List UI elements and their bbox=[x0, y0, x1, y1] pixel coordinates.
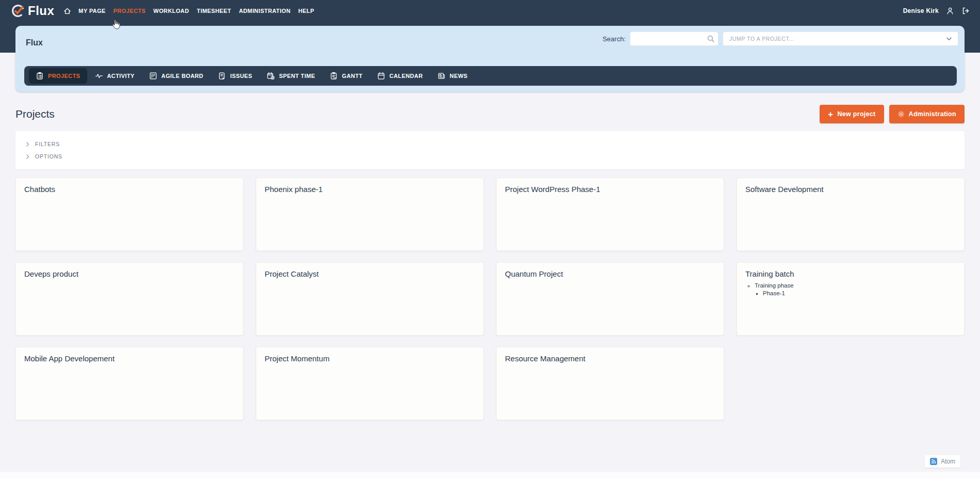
nav-item-help[interactable]: HELP bbox=[298, 8, 314, 14]
main-content: Projects + New project Administration bbox=[0, 92, 980, 479]
tab-label: PROJECTS bbox=[48, 73, 80, 79]
tab-calendar[interactable]: CALENDAR bbox=[370, 68, 430, 84]
project-card-project-wordpress-phase-1: Project WordPress Phase-1 bbox=[496, 178, 724, 251]
tab-issues[interactable]: ISSUES bbox=[211, 68, 259, 84]
nav-item-administration[interactable]: ADMINISTRATION bbox=[239, 8, 290, 14]
plus-icon: + bbox=[828, 110, 833, 119]
nav-item-home[interactable] bbox=[63, 7, 71, 15]
chevron-down-icon bbox=[945, 35, 953, 42]
tab-label: AGILE BOARD bbox=[161, 73, 203, 79]
project-card-resource-management: Resource Management bbox=[496, 347, 724, 420]
tab-agile-board[interactable]: AGILE BOARD bbox=[142, 68, 210, 84]
project-card-training-batch: Training batchTraining phasePhase-1 bbox=[737, 262, 965, 336]
nav-items: MY PAGEPROJECTSWORKLOADTIMESHEETADMINIST… bbox=[78, 8, 314, 14]
footer-strip bbox=[0, 472, 980, 479]
activity-icon bbox=[95, 72, 103, 80]
project-card-mobile-app-developement: Mobile App Developement bbox=[15, 347, 243, 420]
user-name[interactable]: Denise Kirk bbox=[903, 7, 939, 14]
project-link-chatbots[interactable]: Chatbots bbox=[24, 185, 55, 194]
nav-item-workload[interactable]: WORKLOAD bbox=[153, 8, 189, 14]
project-card-chatbots: Chatbots bbox=[15, 178, 243, 251]
projects-grid: ChatbotsPhoenix phase-1Project WordPress… bbox=[15, 178, 965, 420]
gantt-icon bbox=[330, 72, 338, 80]
context-header-panel: Flux Search: JUMP TO A PROJECT... PROJEC… bbox=[15, 26, 965, 92]
logout-icon[interactable] bbox=[961, 7, 970, 15]
page-title: Projects bbox=[15, 108, 55, 120]
atom-link[interactable]: Atom bbox=[925, 455, 960, 468]
filters-options-panel: FILTERS OPTIONS bbox=[15, 131, 965, 169]
person-icon[interactable] bbox=[946, 7, 954, 15]
module-tabbar: PROJECTSACTIVITYAGILE BOARDISSUESSPENT T… bbox=[24, 66, 957, 86]
new-project-button[interactable]: + New project bbox=[820, 105, 884, 123]
project-subitem: Training phasePhase-1 bbox=[755, 282, 956, 296]
project-link-project-momentum[interactable]: Project Momentum bbox=[265, 354, 330, 363]
tab-label: ISSUES bbox=[230, 73, 252, 79]
projects-icon bbox=[36, 72, 44, 80]
agile-board-icon bbox=[149, 72, 157, 80]
tab-news[interactable]: NEWS bbox=[431, 68, 475, 84]
project-card-phoenix-phase-1: Phoenix phase-1 bbox=[256, 178, 484, 251]
tab-label: GANTT bbox=[342, 73, 363, 79]
search-icon bbox=[707, 35, 715, 43]
filters-label: FILTERS bbox=[35, 141, 60, 147]
tab-label: CALENDAR bbox=[389, 73, 423, 79]
project-link-deveps-product[interactable]: Deveps product bbox=[24, 269, 78, 278]
project-link-phoenix-phase-1[interactable]: Phoenix phase-1 bbox=[265, 185, 323, 194]
flux-logo[interactable]: Flux bbox=[10, 3, 54, 19]
gear-icon bbox=[897, 110, 905, 118]
project-jump-select[interactable]: JUMP TO A PROJECT... bbox=[723, 31, 958, 46]
project-card-project-catalyst: Project Catalyst bbox=[256, 262, 484, 336]
header-title: Flux bbox=[26, 38, 43, 47]
chevron-right-icon bbox=[25, 141, 30, 147]
page-head: Projects + New project Administration bbox=[15, 104, 965, 124]
page-actions: + New project Administration bbox=[820, 105, 965, 123]
project-link-project-catalyst[interactable]: Project Catalyst bbox=[265, 269, 319, 278]
search-area: Search: JUMP TO A PROJECT... bbox=[602, 31, 958, 46]
project-link-mobile-app-developement[interactable]: Mobile App Developement bbox=[24, 354, 115, 363]
search-input[interactable] bbox=[630, 31, 718, 46]
news-icon bbox=[437, 72, 446, 80]
project-card-quantum-project: Quantum Project bbox=[496, 262, 724, 336]
tab-activity[interactable]: ACTIVITY bbox=[88, 68, 141, 84]
rss-icon bbox=[930, 458, 937, 465]
flux-logo-icon bbox=[10, 3, 26, 19]
filters-toggle[interactable]: FILTERS bbox=[25, 138, 955, 150]
tab-spent-time[interactable]: SPENT TIME bbox=[260, 68, 322, 84]
nav-item-timesheet[interactable]: TIMESHEET bbox=[197, 8, 232, 14]
navbar-user-area: Denise Kirk bbox=[903, 7, 970, 15]
project-link-software-development[interactable]: Software Development bbox=[745, 185, 824, 194]
top-navbar: Flux MY PAGEPROJECTSWORKLOADTIMESHEETADM… bbox=[0, 0, 980, 22]
atom-label: Atom bbox=[941, 458, 955, 465]
project-card-software-development: Software Development bbox=[737, 178, 965, 251]
calendar-icon bbox=[377, 72, 385, 80]
tab-gantt[interactable]: GANTT bbox=[323, 68, 369, 84]
nav-item-my-page[interactable]: MY PAGE bbox=[78, 8, 106, 14]
nav-item-projects[interactable]: PROJECTS bbox=[113, 8, 146, 14]
project-jump-placeholder: JUMP TO A PROJECT... bbox=[729, 36, 794, 42]
tab-label: NEWS bbox=[450, 73, 468, 79]
administration-button[interactable]: Administration bbox=[889, 105, 965, 123]
search-box bbox=[630, 31, 718, 46]
project-link-training-batch[interactable]: Training batch bbox=[745, 269, 794, 278]
tab-label: SPENT TIME bbox=[279, 73, 315, 79]
project-subitem: Phase-1 bbox=[763, 290, 956, 296]
project-sublink-phase-1[interactable]: Phase-1 bbox=[763, 290, 785, 296]
project-card-deveps-product: Deveps product bbox=[15, 262, 243, 336]
tab-label: ACTIVITY bbox=[107, 73, 135, 79]
project-sublink-training-phase[interactable]: Training phase bbox=[755, 282, 794, 289]
chevron-right-icon bbox=[25, 154, 30, 159]
brand-text: Flux bbox=[28, 4, 54, 18]
project-link-resource-management[interactable]: Resource Management bbox=[505, 354, 585, 363]
search-label: Search: bbox=[602, 35, 626, 43]
project-link-quantum-project[interactable]: Quantum Project bbox=[505, 269, 563, 278]
project-card-project-momentum: Project Momentum bbox=[256, 347, 484, 420]
options-label: OPTIONS bbox=[35, 153, 62, 159]
spent-time-icon bbox=[267, 72, 275, 80]
project-link-project-wordpress-phase-1[interactable]: Project WordPress Phase-1 bbox=[505, 185, 600, 194]
options-toggle[interactable]: OPTIONS bbox=[25, 150, 955, 163]
home-icon bbox=[63, 7, 71, 15]
tab-projects[interactable]: PROJECTS bbox=[29, 68, 87, 84]
issues-icon bbox=[218, 72, 226, 80]
